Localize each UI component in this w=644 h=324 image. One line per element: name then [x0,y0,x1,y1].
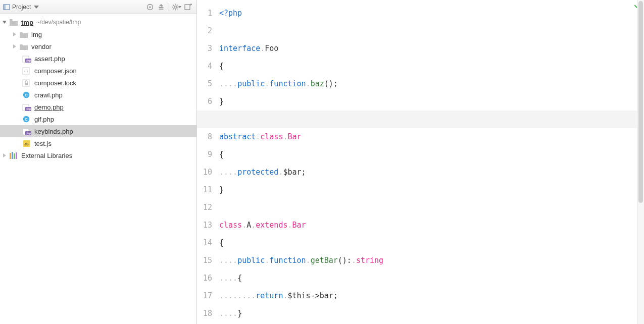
json-icon: {} [22,67,31,75]
tree-item-label: img [31,31,42,38]
code-line[interactable] [219,22,637,40]
code-line[interactable]: ....public.function.baz(); [219,75,637,93]
svg-rect-35 [14,153,15,159]
svg-text:php: php [26,132,31,135]
svg-line-12 [173,8,174,9]
tree-item[interactable]: phpdemo.php [0,101,196,113]
project-tree[interactable]: tmp ~/dev/spatie/tmp imgvendorphpassert.… [0,14,196,324]
svg-rect-20 [25,83,28,85]
code-line[interactable]: } [219,181,637,199]
svg-rect-36 [16,152,17,159]
svg-line-9 [173,5,174,6]
php-icon: php [22,127,31,135]
scroll-from-source-button[interactable] [144,2,156,13]
svg-point-4 [174,6,177,8]
code-line[interactable] [219,111,637,128]
gutter-line-number[interactable]: 12 [197,199,212,217]
code-line[interactable]: { [219,58,637,75]
settings-gear-button[interactable] [171,2,182,13]
expand-arrow-down-icon[interactable] [1,19,8,26]
gutter-line-number[interactable]: 10 [197,164,212,181]
tree-item-label: assert.php [34,55,65,63]
tree-item[interactable]: Ccrawl.php [0,89,196,101]
tree-item-label: composer.json [34,67,77,75]
tree-item-label: vendor [31,43,52,50]
tree-item[interactable]: {}composer.json [0,65,196,77]
external-libraries-node[interactable]: External Libraries [0,149,196,161]
code-line[interactable]: interface.Foo [219,40,637,58]
code-line[interactable]: } [219,93,637,111]
gutter-line-number[interactable]: 15 [197,252,212,269]
tree-item-label: crawl.php [34,91,63,99]
editor-content[interactable]: <?phpinterface.Foo{....public.function.b… [219,0,637,324]
project-root-node[interactable]: tmp ~/dev/spatie/tmp [0,16,196,28]
svg-text:php: php [26,107,31,111]
code-line[interactable]: { [219,234,637,252]
code-line[interactable]: ....} [219,305,637,322]
gutter-line-number[interactable]: 18 [197,305,212,322]
scrollbar-thumb[interactable] [638,1,643,203]
editor-scrollbar[interactable] [637,0,644,324]
gutter-line-number[interactable]: 6 [197,93,212,111]
code-line[interactable]: class.A.extends.Bar [219,217,637,234]
hide-tool-window-button[interactable] [182,2,193,13]
project-toolbar-title: Project [12,4,31,11]
tree-item-label: gif.php [34,116,54,123]
tree-item-label: demo.php [34,103,64,111]
code-line[interactable]: { [219,146,637,164]
tree-item[interactable]: composer.lock [0,77,196,89]
gutter-line-number[interactable]: 4 [197,58,212,75]
gutter-line-number[interactable]: 5 [197,75,212,93]
c-icon: C [22,115,31,123]
svg-rect-33 [10,153,11,159]
svg-point-3 [149,6,151,8]
gutter-line-number[interactable]: 11 [197,181,212,199]
code-line[interactable]: ........return.$this->bar; [219,287,637,305]
gutter-line-number[interactable]: 8 [197,128,212,146]
folder-icon [9,18,18,26]
gutter-line-number[interactable]: 2 [197,22,212,40]
gutter-line-number[interactable]: 14 [197,234,212,252]
code-line[interactable]: ....public.function.getBar():.string [219,252,637,269]
svg-rect-13 [185,5,190,10]
gutter-line-number[interactable]: 1 [197,5,212,22]
gutter-line-number[interactable]: 9 [197,146,212,164]
libraries-icon [9,151,18,159]
tree-item-label: keybinds.php [34,128,73,135]
expand-arrow-right-icon[interactable] [1,152,8,159]
svg-text:php: php [26,59,31,62]
tree-item-label: test.js [34,140,52,147]
editor-gutter[interactable]: 123456789101112131415161718 [197,0,219,324]
expand-arrow-right-icon[interactable] [11,43,18,50]
tree-item[interactable]: img [0,28,196,40]
code-line[interactable]: abstract.class.Bar [219,128,637,146]
code-line[interactable] [219,199,637,217]
svg-text:C: C [25,117,28,122]
code-line[interactable]: ....protected.$bar; [219,164,637,181]
project-tool-window-icon [3,4,10,11]
toolbar-separator [169,3,169,11]
php-icon: php [22,55,31,63]
collapse-all-button[interactable] [156,2,167,13]
project-root-path: ~/dev/spatie/tmp [36,19,81,26]
svg-rect-34 [12,152,13,159]
gutter-line-number[interactable]: 17 [197,287,212,305]
code-line[interactable]: <?php [219,5,637,22]
external-libraries-label: External Libraries [21,152,72,159]
project-view-chevron-icon[interactable] [34,5,39,10]
folder-icon [19,30,28,38]
gutter-line-number[interactable]: 3 [197,40,212,58]
tree-item[interactable]: phpassert.php [0,52,196,65]
code-line[interactable]: ....{ [219,269,637,287]
lock-icon [22,79,31,87]
expand-arrow-right-icon[interactable] [11,31,18,38]
tree-item[interactable]: vendor [0,40,196,52]
gutter-line-number[interactable]: 16 [197,269,212,287]
tree-item[interactable]: phpkeybinds.php [0,125,196,137]
folder-icon [19,42,28,50]
code-editor[interactable]: 123456789101112131415161718 <?phpinterfa… [197,0,644,324]
gutter-line-number[interactable]: 13 [197,217,212,234]
c-icon: C [22,91,31,99]
tree-item[interactable]: Cgif.php [0,113,196,125]
tree-item[interactable]: JStest.js [0,137,196,149]
